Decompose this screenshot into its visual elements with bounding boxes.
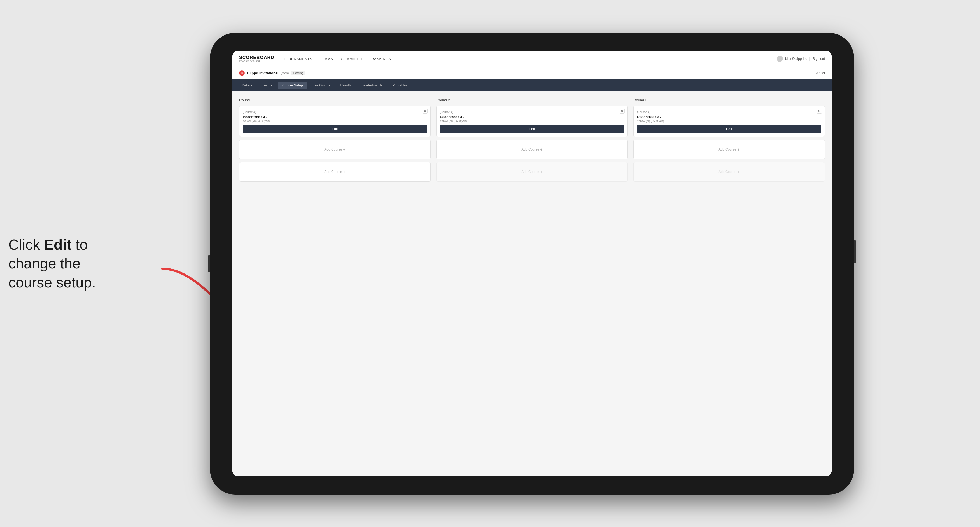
- tournament-name: Clippd Invitational: [247, 71, 278, 75]
- round-3-add-course-1[interactable]: Add Course +: [633, 140, 825, 159]
- tab-teams[interactable]: Teams: [258, 82, 277, 89]
- tab-tee-groups[interactable]: Tee Groups: [308, 82, 335, 89]
- round-1-course-label: (Course A): [243, 111, 256, 114]
- round-1-course-card: (Course A) ✕ Peachtree GC Yellow (M) (66…: [239, 105, 431, 137]
- nav-rankings[interactable]: RANKINGS: [371, 57, 391, 61]
- round-3-delete-button[interactable]: ✕: [817, 109, 822, 114]
- round-1-add-course-1[interactable]: Add Course +: [239, 140, 431, 159]
- screen: SCOREBOARD Powered by clippd TOURNAMENTS…: [232, 51, 832, 476]
- round-2-add-course-1[interactable]: Add Course +: [436, 140, 628, 159]
- round-3-add-course-1-plus-icon: +: [738, 147, 740, 152]
- round-1-column: Round 1 (Course A) ✕ Peachtree GC Yellow…: [239, 98, 431, 184]
- round-2-label: Round 2: [436, 98, 628, 102]
- tab-course-setup[interactable]: Course Setup: [278, 82, 307, 89]
- sub-nav: C Clippd Invitational (Men) Hosting Canc…: [232, 67, 832, 79]
- round-3-add-course-2-label: Add Course: [719, 170, 736, 174]
- tab-bar: Details Teams Course Setup Tee Groups Re…: [232, 79, 832, 91]
- cancel-button[interactable]: Cancel: [815, 71, 825, 75]
- tab-printables[interactable]: Printables: [388, 82, 412, 89]
- main-content: Round 1 (Course A) ✕ Peachtree GC Yellow…: [232, 91, 832, 476]
- nav-links: TOURNAMENTS TEAMS COMMITTEE RANKINGS: [283, 57, 777, 61]
- round-3-add-course-2: Add Course +: [633, 162, 825, 182]
- logo-area: SCOREBOARD Powered by clippd: [239, 56, 274, 62]
- nav-teams[interactable]: TEAMS: [320, 57, 333, 61]
- tab-results[interactable]: Results: [336, 82, 356, 89]
- logo-text: SCOREBOARD: [239, 56, 274, 60]
- round-2-delete-button[interactable]: ✕: [620, 109, 625, 114]
- instruction-bold: Edit: [44, 236, 72, 252]
- round-2-add-course-2-label: Add Course: [521, 170, 539, 174]
- round-1-delete-button[interactable]: ✕: [423, 109, 428, 114]
- round-2-course-name: Peachtree GC: [440, 115, 624, 119]
- round-3-column: Round 3 (Course A) ✕ Peachtree GC Yellow…: [633, 98, 825, 184]
- round-2-add-course-1-plus-icon: +: [540, 147, 542, 152]
- top-nav: SCOREBOARD Powered by clippd TOURNAMENTS…: [232, 51, 832, 67]
- round-2-course-label: (Course A): [440, 111, 453, 114]
- round-2-add-course-1-label: Add Course: [521, 148, 539, 151]
- round-3-label: Round 3: [633, 98, 825, 102]
- tab-leaderboards[interactable]: Leaderboards: [357, 82, 387, 89]
- instruction-prefix: Click: [8, 236, 44, 252]
- round-3-add-course-2-plus-icon: +: [738, 170, 740, 174]
- nav-right: blair@clippd.io | Sign out: [777, 56, 825, 62]
- tablet-device: SCOREBOARD Powered by clippd TOURNAMENTS…: [210, 33, 854, 495]
- round-3-course-label: (Course A): [637, 111, 651, 114]
- round-2-column: Round 2 (Course A) ✕ Peachtree GC Yellow…: [436, 98, 628, 184]
- round-3-edit-button[interactable]: Edit: [637, 125, 821, 133]
- user-email: blair@clippd.io: [785, 57, 807, 61]
- user-avatar: [777, 56, 783, 62]
- sign-out-link[interactable]: Sign out: [813, 57, 825, 61]
- round-1-add-course-1-plus-icon: +: [343, 147, 345, 152]
- round-1-edit-button[interactable]: Edit: [243, 125, 427, 133]
- round-1-add-course-1-label: Add Course: [324, 148, 342, 151]
- nav-pipe: |: [810, 57, 810, 61]
- round-3-course-name: Peachtree GC: [637, 115, 821, 119]
- round-1-add-course-2[interactable]: Add Course +: [239, 162, 431, 182]
- round-3-add-course-1-label: Add Course: [719, 148, 736, 151]
- round-1-add-course-2-label: Add Course: [324, 170, 342, 174]
- round-2-add-course-2: Add Course +: [436, 162, 628, 182]
- round-1-label: Round 1: [239, 98, 431, 102]
- nav-committee[interactable]: COMMITTEE: [341, 57, 363, 61]
- round-1-course-details: Yellow (M) (6629 yds): [243, 119, 427, 122]
- round-2-course-card: (Course A) ✕ Peachtree GC Yellow (M) (66…: [436, 105, 628, 137]
- round-3-course-details: Yellow (M) (6629 yds): [637, 119, 821, 122]
- instruction-text: Click Edit tochange thecourse setup.: [8, 235, 96, 292]
- tab-details[interactable]: Details: [237, 82, 257, 89]
- round-3-course-card: (Course A) ✕ Peachtree GC Yellow (M) (66…: [633, 105, 825, 137]
- hosting-badge: Hosting: [291, 71, 305, 75]
- nav-tournaments[interactable]: TOURNAMENTS: [283, 57, 312, 61]
- round-2-edit-button[interactable]: Edit: [440, 125, 624, 133]
- round-2-course-details: Yellow (M) (6629 yds): [440, 119, 624, 122]
- tournament-gender: (Men): [281, 71, 289, 75]
- round-1-course-name: Peachtree GC: [243, 115, 427, 119]
- tournament-icon: C: [239, 70, 245, 76]
- logo-subtitle: Powered by clippd: [239, 60, 274, 62]
- round-2-add-course-2-plus-icon: +: [540, 170, 542, 174]
- rounds-grid: Round 1 (Course A) ✕ Peachtree GC Yellow…: [239, 98, 825, 184]
- round-1-add-course-2-plus-icon: +: [343, 170, 345, 174]
